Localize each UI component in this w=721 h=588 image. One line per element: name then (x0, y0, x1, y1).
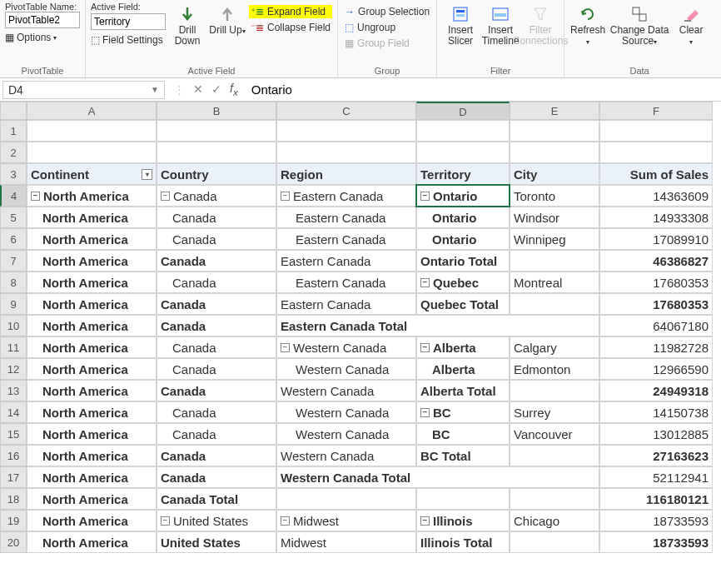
cell-country[interactable]: Canada (157, 445, 276, 466)
pivot-header-territory[interactable]: Territory (416, 163, 510, 185)
cell-region[interactable]: −Midwest (276, 510, 416, 531)
cell-continent[interactable]: North America (27, 293, 157, 315)
cell-country[interactable]: Canada (157, 358, 276, 380)
expand-collapse-icon[interactable]: − (420, 408, 430, 417)
cell-country[interactable]: Canada (157, 293, 276, 315)
cell-sum[interactable]: 13012885 (599, 423, 713, 445)
cell-country[interactable]: Canada (157, 336, 276, 358)
cell-continent[interactable]: North America (27, 272, 157, 293)
cell-region[interactable]: Eastern Canada Total (276, 315, 599, 336)
cell-region[interactable]: Eastern Canada (276, 250, 416, 272)
expand-collapse-icon[interactable]: − (281, 516, 290, 526)
cell-country[interactable]: Canada (157, 250, 276, 272)
cell-territory[interactable]: Quebec Total (416, 293, 510, 315)
column-header[interactable]: C (276, 102, 416, 120)
cell-continent[interactable] (27, 120, 157, 142)
cell-continent[interactable]: North America (27, 358, 157, 380)
ungroup-button[interactable]: ⬚Ungroup (343, 21, 431, 34)
cell-country[interactable]: Canada (157, 401, 276, 423)
cell-continent[interactable]: North America (27, 250, 157, 272)
cell-region[interactable]: Eastern Canada (276, 293, 416, 315)
cell-country[interactable]: Canada (157, 315, 276, 336)
cell-sum[interactable]: 27163623 (599, 445, 713, 466)
cell-continent[interactable]: North America (27, 488, 157, 510)
cell-country[interactable]: Canada (157, 228, 276, 250)
expand-collapse-icon[interactable]: − (420, 516, 430, 526)
expand-collapse-icon[interactable]: − (31, 192, 40, 201)
cell-country[interactable]: Canada (157, 466, 276, 488)
cell-city[interactable] (510, 380, 599, 401)
cell-country[interactable]: United States (157, 531, 276, 553)
cell-territory[interactable]: Ontario (416, 228, 510, 250)
row-header[interactable]: 4 (0, 185, 27, 207)
cell-city[interactable]: Chicago (510, 510, 599, 531)
field-settings-button[interactable]: ⬚ Field Settings (91, 34, 166, 46)
cancel-formula-button[interactable]: ✕ (193, 82, 203, 96)
row-header[interactable]: 11 (0, 336, 27, 358)
cell-region[interactable]: Eastern Canada (276, 207, 416, 228)
cell-sum[interactable]: 17089910 (599, 228, 713, 250)
cell-sum[interactable]: 64067180 (599, 315, 713, 336)
cell-sum[interactable]: 17680353 (599, 272, 713, 293)
row-header[interactable]: 19 (0, 510, 27, 531)
expand-collapse-icon[interactable]: − (420, 278, 430, 287)
cell-continent[interactable]: North America (27, 228, 157, 250)
pivot-header-sum[interactable]: Sum of Sales (599, 163, 713, 185)
column-header[interactable]: A (27, 102, 157, 120)
cell-territory[interactable]: −Illinois (416, 510, 510, 531)
cell-territory[interactable]: −Alberta (416, 336, 510, 358)
cell-sum[interactable]: 11982728 (599, 336, 713, 358)
change-data-source-button[interactable]: Change Data Source▾ (609, 2, 669, 47)
cell-city[interactable]: Windsor (510, 207, 599, 228)
cell-sum[interactable]: 14150738 (599, 401, 713, 423)
cell-region[interactable]: −Western Canada (276, 336, 416, 358)
cell-continent[interactable]: North America (27, 207, 157, 228)
cell-sum[interactable]: 52112941 (599, 466, 713, 488)
cell-territory[interactable]: Ontario Total (416, 250, 510, 272)
name-box[interactable]: D4 ▼ (2, 81, 165, 99)
row-header[interactable]: 13 (0, 380, 27, 401)
row-header[interactable]: 3 (0, 163, 27, 185)
cell-region[interactable]: Western Canada (276, 423, 416, 445)
cell-region[interactable]: Midwest (276, 531, 416, 553)
expand-field-button[interactable]: ⁺≣ Expand Field (249, 5, 332, 18)
row-header[interactable]: 6 (0, 228, 27, 250)
filter-dropdown-icon[interactable]: ▾ (142, 169, 152, 180)
pivot-header-continent[interactable]: Continent▾ (27, 163, 157, 185)
cell-territory[interactable]: BC Total (416, 445, 510, 466)
row-header[interactable]: 20 (0, 531, 27, 553)
cell-continent[interactable]: North America (27, 336, 157, 358)
expand-collapse-icon[interactable]: − (161, 516, 170, 526)
cell-territory[interactable]: −Ontario (416, 185, 510, 207)
cell-territory[interactable] (416, 488, 510, 510)
cell-country[interactable] (157, 142, 276, 163)
expand-collapse-icon[interactable]: − (281, 192, 290, 201)
pivottable-name-input[interactable] (5, 12, 80, 28)
cell-city[interactable] (510, 293, 599, 315)
column-header[interactable]: D (416, 102, 510, 120)
cell-sum[interactable]: 12966590 (599, 358, 713, 380)
cell-region[interactable]: Western Canada Total (276, 466, 599, 488)
cell-city[interactable]: Montreal (510, 272, 599, 293)
cell-region[interactable]: Eastern Canada (276, 272, 416, 293)
row-header[interactable]: 12 (0, 358, 27, 380)
row-header[interactable]: 10 (0, 315, 27, 336)
expand-collapse-icon[interactable]: − (420, 192, 430, 201)
cell-city[interactable]: Toronto (510, 185, 599, 207)
chevron-down-icon[interactable]: ▼ (151, 85, 159, 94)
cell-sum[interactable]: 116180121 (599, 488, 713, 510)
cell-region[interactable]: Western Canada (276, 380, 416, 401)
cell-sum[interactable]: 14363609 (599, 185, 713, 207)
cell-continent[interactable]: North America (27, 531, 157, 553)
cell-sum[interactable]: 18733593 (599, 531, 713, 553)
cell-continent[interactable]: North America (27, 510, 157, 531)
cell-region[interactable]: Western Canada (276, 358, 416, 380)
cell-country[interactable]: −United States (157, 510, 276, 531)
column-header[interactable]: B (157, 102, 276, 120)
active-field-input[interactable] (91, 13, 166, 30)
pivot-header-city[interactable]: City (510, 163, 599, 185)
column-header[interactable]: E (510, 102, 599, 120)
drill-up-button[interactable]: Drill Up▾ (209, 2, 246, 36)
pivottable-options-button[interactable]: ▦ Options ▾ (5, 28, 80, 43)
row-header[interactable]: 9 (0, 293, 27, 315)
